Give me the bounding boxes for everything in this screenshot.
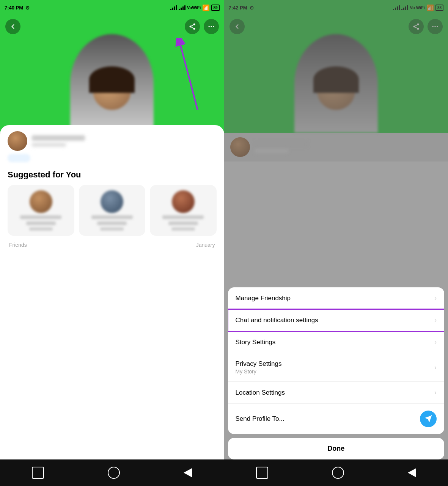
- nav-back-btn-2[interactable]: [408, 468, 416, 477]
- signal-bar: [174, 6, 175, 10]
- green-header-1: [0, 15, 224, 133]
- story-settings-label: Story Settings: [236, 339, 276, 346]
- profile-sub-1: [32, 143, 66, 147]
- blur-count-2: [100, 227, 124, 230]
- privacy-settings-content: Privacy Settings My Story: [236, 360, 282, 375]
- nav-stop-btn[interactable]: [32, 467, 44, 479]
- arrow-annotation: [175, 38, 205, 115]
- avatar-blob-1: [70, 34, 154, 133]
- signal-bar: [184, 5, 185, 10]
- svg-line-9: [181, 45, 198, 110]
- signal-bar: [179, 9, 180, 10]
- nav-back-btn[interactable]: [184, 468, 192, 477]
- profile-info-1: [32, 135, 217, 147]
- back-icon: [9, 23, 17, 30]
- svg-line-3: [191, 27, 193, 28]
- svg-line-4: [191, 25, 193, 26]
- privacy-settings-label: Privacy Settings: [236, 360, 282, 368]
- header-right-1: [185, 19, 219, 34]
- nav-stop-btn-2[interactable]: [256, 467, 268, 479]
- time-1: 7:40 PM: [5, 5, 23, 11]
- signal-bars-2: [179, 5, 185, 10]
- menu-item-privacy-settings[interactable]: Privacy Settings My Story ›: [228, 353, 445, 382]
- send-profile-label: Send Profile To...: [236, 415, 285, 423]
- menu-item-send-profile[interactable]: Send Profile To...: [228, 404, 445, 434]
- send-profile-button[interactable]: [420, 411, 437, 427]
- svg-point-5: [208, 26, 209, 27]
- menu-item-manage-friendship[interactable]: Manage Friendship ›: [228, 287, 445, 309]
- status-left-1: 7:40 PM ⊙: [5, 5, 30, 11]
- phone-2: 7:42 PM ⊙ Vo WiFi 📶 88: [224, 0, 448, 486]
- blur-count-3: [171, 227, 195, 230]
- phone-1: 7:40 PM ⊙ VoWiFi 📶 89: [0, 0, 224, 486]
- menu-item-location-settings[interactable]: Location Settings ›: [228, 382, 445, 404]
- suggested-avatar-3: [172, 190, 195, 213]
- profile-row-1: [8, 131, 217, 151]
- whatsapp-icon: ⊙: [25, 5, 30, 11]
- blur-sub-2: [97, 221, 127, 225]
- status-bar-1: 7:40 PM ⊙ VoWiFi 📶 89: [0, 0, 224, 15]
- blur-name-1: [20, 215, 61, 219]
- friend-badge-1: [8, 154, 30, 162]
- bottom-nav-2: [224, 459, 448, 486]
- more-button-1[interactable]: [204, 19, 219, 34]
- menu-sheet: Manage Friendship › Chat and notificatio…: [228, 287, 445, 459]
- signal-bars-1: [170, 5, 177, 10]
- done-label[interactable]: Done: [327, 445, 344, 452]
- suggested-avatar-2: [101, 190, 123, 213]
- signal-bar: [176, 5, 177, 10]
- svg-point-7: [213, 26, 214, 27]
- footer-friends: Friends: [9, 242, 27, 248]
- blur-sub-3: [168, 221, 198, 225]
- svg-point-6: [211, 26, 212, 27]
- footer-date: January: [196, 242, 215, 248]
- blur-count-1: [29, 227, 53, 230]
- back-button-1[interactable]: [5, 19, 20, 34]
- share-button-1[interactable]: [185, 19, 200, 34]
- send-icon: [424, 415, 432, 423]
- location-settings-label: Location Settings: [236, 389, 285, 397]
- menu-card-main: Manage Friendship › Chat and notificatio…: [228, 287, 445, 434]
- suggested-card-1: [8, 185, 74, 236]
- blur-name-3: [162, 215, 204, 219]
- wifi-icon: 📶: [202, 4, 210, 11]
- chat-notifications-label: Chat and notification settings: [236, 317, 318, 324]
- profile-card-1: Suggested for You Friends: [0, 125, 224, 459]
- chevron-icon-0: ›: [434, 294, 437, 302]
- avatar-hair-1: [89, 66, 135, 93]
- status-right-1: VoWiFi 📶 89: [170, 4, 220, 11]
- menu-item-story-settings[interactable]: Story Settings ›: [228, 331, 445, 353]
- chevron-icon-4: ›: [434, 389, 437, 397]
- suggested-card-3: [150, 185, 217, 236]
- bottom-nav-1: [0, 459, 224, 486]
- nav-home-btn[interactable]: [108, 467, 120, 479]
- suggested-avatar-1: [30, 190, 52, 213]
- signal-bar: [182, 6, 184, 10]
- suggested-grid: [8, 185, 217, 236]
- svg-point-2: [193, 28, 195, 30]
- svg-point-1: [189, 26, 191, 28]
- privacy-settings-sub: My Story: [236, 368, 282, 375]
- signal-bar: [172, 8, 173, 10]
- chevron-icon-1: ›: [434, 316, 437, 324]
- battery-indicator: 89: [211, 5, 219, 11]
- chevron-icon-3: ›: [434, 364, 437, 372]
- blur-name-2: [91, 215, 133, 219]
- share-icon: [189, 23, 196, 30]
- manage-friendship-label: Manage Friendship: [236, 295, 291, 302]
- done-card: Done: [228, 438, 445, 459]
- footer-row: Friends January: [8, 236, 217, 251]
- menu-item-chat-notifications[interactable]: Chat and notification settings ›: [228, 309, 445, 331]
- signal-bar: [170, 9, 171, 10]
- avatar-small-1: [8, 131, 27, 151]
- profile-name-1: [32, 135, 85, 141]
- avatar-head-1: [93, 72, 131, 110]
- purple-arrow-svg: [175, 38, 205, 114]
- nav-home-btn-2[interactable]: [332, 467, 344, 479]
- svg-point-0: [193, 24, 195, 25]
- suggested-title: Suggested for You: [8, 170, 217, 180]
- more-icon: [207, 23, 215, 30]
- suggested-card-2: [79, 185, 146, 236]
- blur-sub-1: [26, 221, 56, 225]
- signal-bar: [181, 8, 182, 10]
